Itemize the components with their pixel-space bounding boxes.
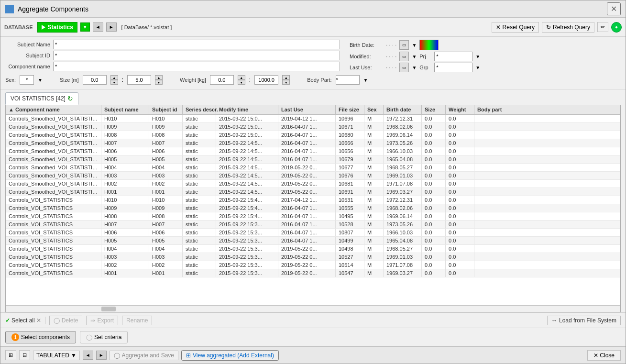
table-body[interactable]: Controls_Smoothed_VOI_STATISTICSH010H010… [6,115,620,305]
table-cell: 10656 [336,147,364,155]
color-picker[interactable] [419,40,439,50]
select-all-button[interactable]: ✓ Select all ✕ [5,317,41,324]
col-header-series[interactable]: Series descr. [183,105,216,114]
table-row[interactable]: Controls_VOI_STATISTICSH005H005static201… [6,237,620,245]
table-row[interactable]: Controls_Smoothed_VOI_STATISTICSH005H005… [6,155,620,164]
col-header-subject[interactable]: Subject name [101,105,149,114]
nav-prev-button[interactable]: ◄ [93,22,103,32]
col-header-modify[interactable]: Modify time [216,105,278,114]
tab-set-criteria[interactable]: ◯ Set criteria [80,331,128,343]
table-row[interactable]: Controls_Smoothed_VOI_STATISTICSH004H004… [6,164,620,172]
pencil-icon-button[interactable]: ✏ [597,22,608,32]
table-row[interactable]: Controls_VOI_STATISTICSH006H006static201… [6,229,620,237]
col-header-component[interactable]: ▲ Component name [6,105,101,114]
size-min-up[interactable]: ▲ [110,75,118,80]
subject-name-input[interactable] [53,40,340,49]
delete-button[interactable]: ◯ Delete [49,316,83,325]
table-row[interactable]: Controls_Smoothed_VOI_STATISTICSH001H001… [6,188,620,196]
size-max-spinner[interactable]: ▲ ▼ [155,75,163,85]
table-row[interactable]: Controls_VOI_STATISTICSH007H007static201… [6,221,620,229]
table-cell: Controls_VOI_STATISTICS [6,212,101,220]
size-min-input[interactable] [83,75,107,85]
table-row[interactable]: Controls_Smoothed_VOI_STATISTICSH006H006… [6,147,620,155]
table-cell: 1965.04.08 [384,155,422,163]
footer-icon-1[interactable]: ⊞ [5,350,16,360]
footer-nav-prev[interactable]: ◄ [83,351,93,360]
reset-query-button[interactable]: ✕ Reset Query [492,22,539,33]
weight-min-spinner[interactable]: ▲ ▼ [238,75,245,85]
statistics-dropdown[interactable]: ▼ [80,22,90,32]
subject-id-input[interactable] [53,51,340,60]
size-max-input[interactable] [127,75,151,85]
table-row[interactable]: Controls_Smoothed_VOI_STATISTICSH008H008… [6,131,620,139]
table-row[interactable]: Controls_VOI_STATISTICSH004H004static201… [6,245,620,253]
aggregate-save-button[interactable]: ◯ Aggregate and Save [110,351,178,360]
load-file-system-button[interactable]: ↔ Load from File System [547,316,621,325]
scrollbar-thumb[interactable] [101,307,116,311]
birth-date-clear[interactable]: ▭ [399,40,409,50]
modified-clear[interactable]: ▭ [399,52,409,61]
statistics-button[interactable]: Statistics [37,22,77,33]
table-row[interactable]: Controls_Smoothed_VOI_STATISTICSH003H003… [6,172,620,180]
col-header-birth[interactable]: Birth date [384,105,422,114]
close-button[interactable]: ✕ Close [587,350,621,361]
body-part-input[interactable] [336,75,360,85]
table-cell: H002 [101,261,149,269]
tabulated-dropdown[interactable]: ▼ [71,352,77,359]
weight-min-down[interactable]: ▼ [238,80,245,85]
grp-dropdown[interactable]: ▼ [475,65,480,70]
last-use-dropdown[interactable]: ▼ [412,65,417,70]
table-row[interactable]: Controls_Smoothed_VOI_STATISTICSH007H007… [6,139,620,147]
tabulated-button[interactable]: TABULATED ▼ [33,351,80,360]
rename-button[interactable]: Rename [122,316,152,325]
prj-dropdown[interactable]: ▼ [475,54,480,59]
sex-input[interactable] [20,75,34,85]
col-header-bodypart[interactable]: Body part [474,105,620,114]
window-close-button[interactable]: ✕ [607,2,621,15]
table-row[interactable]: Controls_VOI_STATISTICSH009H009static201… [6,204,620,212]
weight-min-up[interactable]: ▲ [238,75,245,80]
table-row[interactable]: Controls_VOI_STATISTICSH003H003static201… [6,253,620,261]
grp-input[interactable] [434,63,472,72]
weight-max-down[interactable]: ▼ [282,80,290,85]
tab-select-components[interactable]: 1 Select components [5,331,76,343]
table-row[interactable]: Controls_VOI_STATISTICSH008H008static201… [6,212,620,221]
table-row[interactable]: Controls_Smoothed_VOI_STATISTICSH002H002… [6,180,620,188]
set-criteria-label: Set criteria [94,334,121,341]
weight-max-spinner[interactable]: ▲ ▼ [282,75,290,85]
prj-input[interactable] [434,52,472,61]
green-action-button[interactable]: ● [611,22,622,33]
table-row[interactable]: Controls_VOI_STATISTICSH001H001static201… [6,269,620,277]
horizontal-scrollbar[interactable] [6,305,620,312]
body-part-dropdown[interactable]: ▼ [363,77,368,83]
size-max-up[interactable]: ▲ [155,75,163,80]
birth-date-dropdown[interactable]: ▼ [412,43,417,48]
col-header-size[interactable]: Size [422,105,446,114]
size-min-down[interactable]: ▼ [110,80,118,85]
last-use-clear[interactable]: ▭ [399,63,409,72]
refresh-query-button[interactable]: ↻ Refresh Query [542,22,594,33]
footer-icon-2[interactable]: ⊟ [19,350,30,360]
table-row[interactable]: Controls_Smoothed_VOI_STATISTICSH009H009… [6,123,620,131]
component-name-input[interactable] [53,62,340,71]
table-row[interactable]: Controls_Smoothed_VOI_STATISTICSH010H010… [6,115,620,123]
col-header-weight[interactable]: Weight [446,105,474,114]
weight-max-input[interactable] [254,75,278,85]
col-header-filesize[interactable]: File size [336,105,364,114]
footer-nav-next[interactable]: ► [96,351,107,360]
col-header-lastuse[interactable]: Last Use [278,105,336,114]
col-header-subjectid[interactable]: Subject id [149,105,183,114]
weight-max-up[interactable]: ▲ [282,75,290,80]
voi-statistics-tab[interactable]: VOI STATISTICS [42] ↻ [5,92,78,105]
weight-min-input[interactable] [210,75,234,85]
col-header-sex[interactable]: Sex [364,105,384,114]
view-aggregated-button[interactable]: ⊞ View aggregated (Add External) [181,350,279,361]
modified-dropdown[interactable]: ▼ [412,54,417,59]
export-button[interactable]: ⇒ Export [86,316,118,325]
size-min-spinner[interactable]: ▲ ▼ [110,75,118,85]
size-max-down[interactable]: ▼ [155,80,163,85]
sex-dropdown[interactable]: ▼ [38,77,43,83]
nav-next-button[interactable]: ► [106,22,117,32]
table-row[interactable]: Controls_VOI_STATISTICSH002H002static201… [6,261,620,269]
table-row[interactable]: Controls_VOI_STATISTICSH010H010static201… [6,196,620,204]
